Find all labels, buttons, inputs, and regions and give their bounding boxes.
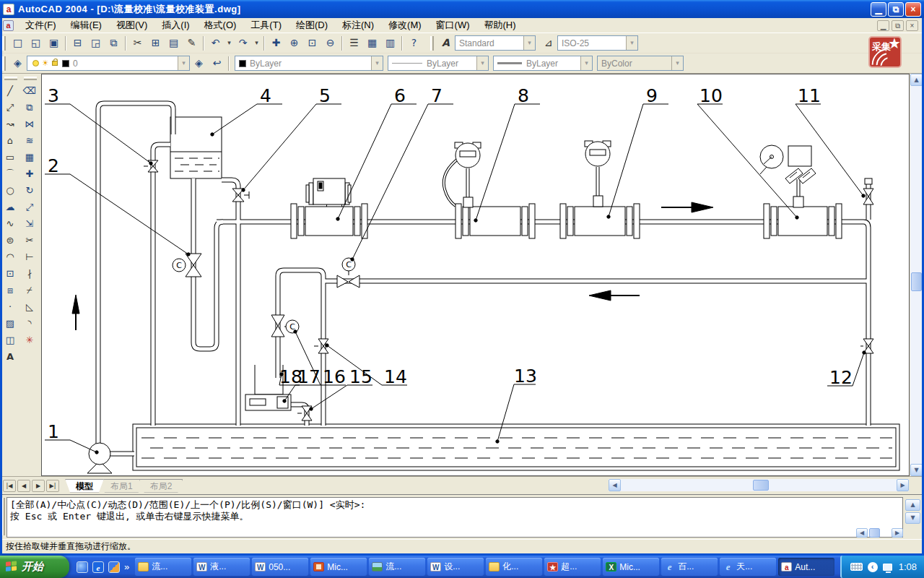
dim-style-combo[interactable]: ISO-25 ▾ [557,35,638,51]
command-hscroll-thumb[interactable] [869,528,880,538]
horizontal-scrollbar[interactable]: ◀ ▶ [609,479,909,491]
designcenter-icon[interactable]: ▦ [364,35,380,51]
task-word-2[interactable]: W050... [252,558,308,576]
task-ie-1[interactable]: e百... [661,558,718,576]
open-icon[interactable]: ◱ [27,35,44,51]
quick-launch-more-icon[interactable]: » [124,561,129,572]
task-folder-1[interactable]: 流... [135,558,191,576]
erase-icon[interactable]: ⌫ [21,82,38,99]
stretch-icon[interactable]: ⇲ [21,215,38,232]
construction-line-icon[interactable]: ⤢ [1,99,19,116]
array-icon[interactable]: ▦ [21,149,38,165]
chevron-down-icon[interactable]: ▾ [626,36,637,50]
dim-style-icon[interactable]: ⊿ [540,35,557,51]
color-combo[interactable]: ByLayer ▾ [235,56,383,71]
text-style-combo[interactable]: Standard ▾ [455,35,536,51]
new-icon[interactable]: □ [9,35,26,51]
volume-icon[interactable] [883,564,892,571]
task-word-3[interactable]: W设... [427,558,484,576]
copy-icon[interactable]: ⊞ [147,35,164,51]
tab-layout1[interactable]: 布局1 [100,479,144,493]
chevron-down-icon[interactable]: ▾ [178,56,189,70]
mdi-close-button[interactable]: × [906,20,918,31]
menu-file[interactable]: 文件(F) [18,17,64,33]
rotate-icon[interactable]: ↻ [21,182,38,199]
redo-icon[interactable]: ↷ [235,35,251,51]
point-icon[interactable]: · [1,298,19,315]
command-scroll-right-icon[interactable]: ▶ [892,528,903,538]
task-word-1[interactable]: W液... [193,558,250,576]
language-bar-icon[interactable]: ‹ [868,562,878,572]
menu-help[interactable]: 帮助(H) [477,17,523,33]
region-icon[interactable]: ◫ [1,332,19,348]
mtext-icon[interactable]: A [1,348,19,365]
plot-preview-icon[interactable]: ◲ [87,35,104,51]
scroll-left-icon[interactable]: ◀ [609,479,621,491]
horizontal-scroll-thumb[interactable] [753,480,769,491]
keyboard-icon[interactable] [850,563,863,571]
circle-icon[interactable]: ○ [1,182,19,199]
task-ie-2[interactable]: e天... [720,558,776,576]
pan-icon[interactable]: ✚ [268,35,284,51]
zoom-realtime-icon[interactable]: ⊕ [286,35,302,51]
command-scroll-down-icon[interactable]: ▼ [905,512,920,524]
menu-dimension[interactable]: 标注(N) [335,17,381,33]
media-player-icon[interactable] [108,561,120,573]
scale-icon[interactable]: ⤢ [21,199,38,215]
match-properties-icon[interactable]: ✎ [183,35,200,51]
toolbar-grip[interactable] [24,77,37,80]
ellipse-icon[interactable]: ⊜ [1,232,19,249]
insert-block-icon[interactable]: ⊡ [1,265,19,282]
layers-manager-icon[interactable]: ◈ [9,55,26,72]
tab-model[interactable]: 模型 [65,479,104,493]
vertical-scrollbar[interactable]: ▲ ▼ [910,74,923,476]
menu-insert[interactable]: 插入(I) [154,17,196,33]
cut-icon[interactable]: ✂ [129,35,146,51]
menu-tools[interactable]: 工具(T) [243,17,289,33]
properties-icon[interactable]: ☰ [346,35,362,51]
linetype-combo[interactable]: ByLayer ▾ [388,56,489,71]
task-folder-2[interactable]: 化... [486,558,542,576]
rectangle-icon[interactable]: ▭ [1,149,19,165]
tab-first-icon[interactable]: |◀ [3,480,16,492]
break-at-point-icon[interactable]: ∤ [21,265,38,282]
polyline-icon[interactable]: ↝ [1,116,19,132]
internet-explorer-icon[interactable]: e [92,561,104,573]
scroll-down-icon[interactable]: ▼ [910,464,923,476]
spline-icon[interactable]: ∿ [1,215,19,232]
layer-previous-icon[interactable]: ↩ [209,55,225,72]
toolbar-grip[interactable] [2,56,6,71]
fillet-icon[interactable]: ◝ [21,315,38,332]
zoom-previous-icon[interactable]: ⊖ [322,35,339,51]
zoom-window-icon[interactable]: ⊡ [304,35,321,51]
arc-icon[interactable]: ⌒ [1,165,19,182]
tab-prev-icon[interactable]: ◀ [17,480,30,492]
task-autocad[interactable]: aAut... [778,558,834,576]
command-scroll-up-icon[interactable]: ▲ [905,499,920,511]
polygon-icon[interactable]: ⌂ [1,132,19,149]
styles-toolbar-grip[interactable] [430,36,434,51]
redo-dropdown-icon[interactable]: ▾ [253,35,261,51]
paste-icon[interactable]: ▤ [165,35,182,51]
menu-window[interactable]: 窗口(W) [429,17,477,33]
tab-next-icon[interactable]: ▶ [32,480,45,492]
publish-icon[interactable]: ⧉ [105,35,122,51]
menu-view[interactable]: 视图(V) [109,17,154,33]
close-button[interactable]: × [905,2,921,17]
scroll-right-icon[interactable]: ▶ [897,479,909,491]
show-desktop-icon[interactable] [77,561,88,573]
menu-draw[interactable]: 绘图(D) [289,17,335,33]
menu-format[interactable]: 格式(O) [197,17,244,33]
chamfer-icon[interactable]: ◺ [21,298,38,315]
plot-icon[interactable]: ⊟ [69,35,86,51]
break-icon[interactable]: ⌿ [21,282,38,298]
chevron-down-icon[interactable]: ▾ [580,56,592,70]
chevron-down-icon[interactable]: ▾ [523,36,535,50]
ellipse-arc-icon[interactable]: ◠ [1,249,19,265]
offset-icon[interactable]: ≋ [21,132,38,149]
task-image-viewer[interactable]: 流... [369,558,425,576]
explode-icon[interactable]: ✳ [21,332,38,348]
task-superstar[interactable]: ★超... [544,558,601,576]
trim-icon[interactable]: ✂ [21,232,38,249]
mdi-restore-button[interactable]: ⧉ [892,20,904,31]
